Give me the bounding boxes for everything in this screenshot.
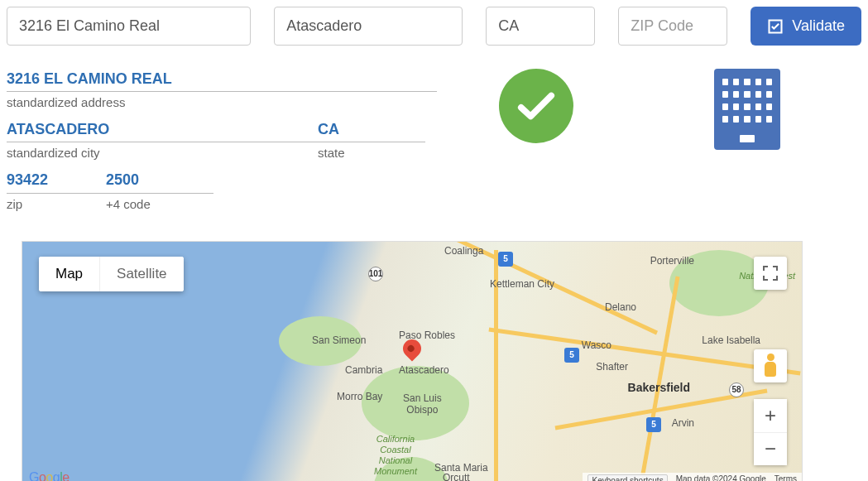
result-plus4-label: +4 code bbox=[106, 195, 213, 213]
map-terms-link[interactable]: Terms bbox=[774, 474, 797, 481]
map-city-label: Shafter bbox=[596, 361, 628, 373]
google-logo: Google bbox=[29, 470, 70, 481]
map-marker-icon bbox=[399, 335, 424, 361]
checkmark-icon bbox=[499, 69, 573, 143]
map-type-map-button[interactable]: Map bbox=[39, 257, 99, 291]
highway-shield-icon: 101 bbox=[368, 267, 383, 281]
map-fullscreen-button[interactable] bbox=[754, 257, 787, 290]
map[interactable]: Coalinga Porterville Sequ National rest … bbox=[22, 241, 803, 481]
map-type-control: Map Satellite bbox=[39, 257, 184, 291]
interstate-shield-icon: 5 bbox=[498, 252, 513, 267]
map-data-attribution: Map data ©2024 Google bbox=[676, 474, 766, 481]
result-state-label: state bbox=[318, 144, 425, 161]
interstate-shield-icon: 5 bbox=[564, 348, 579, 363]
address-input[interactable] bbox=[7, 7, 251, 46]
map-attribution: Keyboard shortcuts Map data ©2024 Google… bbox=[583, 473, 802, 481]
results-row: 3216 EL CAMINO REAL standardized address… bbox=[7, 69, 861, 221]
result-city-label: standardized city bbox=[7, 144, 318, 161]
validate-check-icon bbox=[767, 18, 784, 35]
result-city: ATASCADERO bbox=[7, 119, 318, 140]
map-zoom-control: + − bbox=[754, 399, 787, 465]
result-zip: 93422 bbox=[7, 170, 106, 190]
result-address-label: standardized address bbox=[7, 94, 437, 111]
map-keyboard-shortcuts-link[interactable]: Keyboard shortcuts bbox=[587, 474, 667, 481]
result-address: 3216 EL CAMINO REAL bbox=[7, 69, 437, 89]
state-input[interactable] bbox=[486, 7, 595, 46]
map-city-label: Cambria bbox=[345, 364, 382, 376]
zip-input[interactable] bbox=[618, 7, 727, 46]
address-type-icon bbox=[714, 69, 780, 150]
map-city-label: Arvin bbox=[672, 417, 694, 429]
valid-status-icon bbox=[499, 69, 573, 143]
address-form: Validate bbox=[7, 7, 861, 46]
result-state: CA bbox=[318, 119, 425, 140]
commercial-building-icon bbox=[714, 69, 780, 150]
highway-shield-icon: 58 bbox=[729, 382, 744, 397]
map-city-label: Paso Robles bbox=[399, 329, 455, 341]
map-city-label: Lake Isabella bbox=[702, 334, 760, 346]
fullscreen-icon bbox=[763, 266, 778, 281]
map-zoom-out-button[interactable]: − bbox=[754, 432, 787, 465]
interstate-shield-icon: 5 bbox=[646, 417, 661, 432]
standardized-result: 3216 EL CAMINO REAL standardized address… bbox=[7, 69, 437, 221]
map-streetview-button[interactable] bbox=[754, 349, 787, 382]
map-zoom-in-button[interactable]: + bbox=[754, 399, 787, 432]
pegman-icon bbox=[763, 354, 778, 378]
map-type-satellite-button[interactable]: Satellite bbox=[99, 257, 183, 291]
validate-button[interactable]: Validate bbox=[751, 7, 861, 46]
city-input[interactable] bbox=[274, 7, 463, 46]
validate-button-label: Validate bbox=[792, 17, 845, 35]
result-zip-label: zip bbox=[7, 195, 106, 213]
result-plus4: 2500 bbox=[106, 170, 213, 190]
